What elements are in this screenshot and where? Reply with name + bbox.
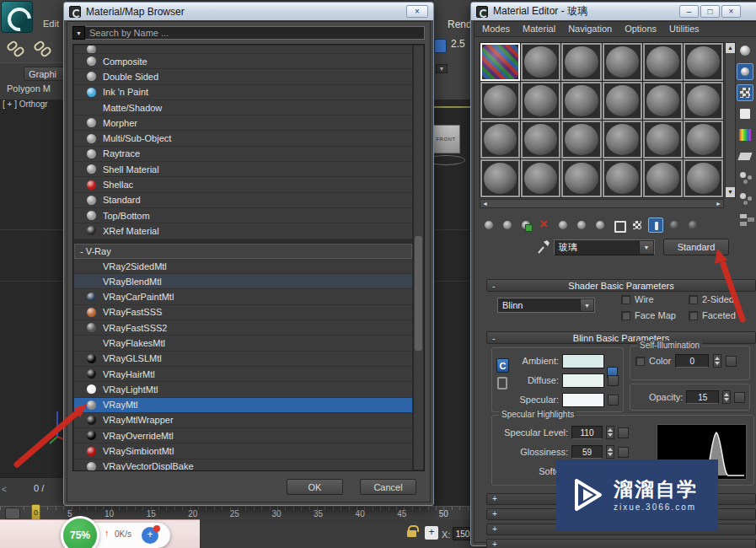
material-list-item[interactable]: Composite	[74, 54, 412, 69]
map-button[interactable]	[618, 447, 629, 458]
material-list-item[interactable]: VRayMtl	[74, 398, 412, 413]
material-list-item[interactable]: VRayFastSSS	[74, 305, 412, 320]
unlink-selection-icon[interactable]	[34, 42, 54, 59]
sample-slot[interactable]	[643, 159, 683, 197]
slots-vertical-scrollbar[interactable]: ▲ ▼	[725, 42, 736, 198]
put-to-library-icon[interactable]	[574, 218, 589, 233]
assign-material-to-selection-icon[interactable]	[518, 218, 533, 233]
material-list-item[interactable]: VRayMtlWrapper	[74, 413, 412, 428]
material-name-dropdown[interactable]: 玻璃 ▼	[554, 239, 655, 255]
parameter-value-field[interactable]: 110	[571, 426, 603, 439]
sample-slot[interactable]	[643, 43, 683, 81]
slots-horizontal-scrollbar[interactable]: ◄ ►	[480, 199, 724, 208]
reset-map-icon[interactable]	[537, 218, 552, 233]
put-material-to-scene-icon[interactable]	[500, 218, 515, 233]
checkbox[interactable]	[689, 311, 698, 320]
map-button[interactable]	[734, 392, 745, 403]
menu-item[interactable]: Utilities	[669, 24, 699, 36]
collapsed-rollout-bar[interactable]: +	[486, 539, 756, 548]
sample-slot[interactable]	[480, 121, 520, 158]
material-list-item[interactable]: VRayFlakesMtl	[74, 336, 412, 351]
sample-slot[interactable]	[480, 159, 520, 197]
material-list-item[interactable]: Ink 'n Paint	[74, 85, 412, 100]
sample-slot[interactable]	[480, 43, 520, 81]
select-by-material-icon[interactable]	[737, 190, 753, 207]
list-scrollbar[interactable]	[413, 46, 423, 470]
spinner[interactable]	[606, 445, 614, 459]
material-list-item[interactable]: VRayBlendMtl	[74, 274, 412, 289]
make-material-copy-icon[interactable]	[555, 218, 571, 233]
shader-type-dropdown[interactable]: Blinn ▼	[497, 298, 595, 313]
timeline-scroll-left-icon[interactable]: <	[2, 485, 7, 494]
sample-slot[interactable]	[561, 159, 601, 197]
material-list-item[interactable]: Raytrace	[74, 147, 412, 162]
color-swatch[interactable]	[562, 354, 604, 368]
menu-item[interactable]: Options	[625, 24, 657, 36]
toolbar-blue-icon[interactable]	[434, 39, 447, 53]
sample-slot[interactable]	[480, 82, 520, 120]
sample-slot[interactable]	[684, 43, 723, 81]
sample-slot[interactable]	[561, 43, 601, 81]
spinner[interactable]	[713, 354, 721, 368]
scroll-left-icon[interactable]: ◄	[480, 200, 490, 207]
self-illumination-value-field[interactable]: 0	[675, 354, 709, 368]
show-shaded-material-icon[interactable]	[648, 218, 663, 233]
color-swatch[interactable]	[562, 393, 604, 407]
material-list-item[interactable]: Top/Bottom	[74, 208, 412, 223]
browser-close-button[interactable]: ×	[406, 5, 428, 18]
sample-slot[interactable]	[643, 82, 683, 120]
dropdown-arrow-icon[interactable]: ▼	[639, 241, 653, 254]
get-material-icon[interactable]	[481, 218, 496, 233]
toolbar-dropdown-icon[interactable]: ▼	[436, 64, 448, 73]
material-list-item[interactable]: VRayFastSSS2	[74, 320, 412, 336]
material-list-item[interactable]	[74, 46, 412, 54]
material-list-item[interactable]: VRayOverrideMtl	[74, 428, 412, 443]
video-color-check-icon[interactable]	[737, 126, 753, 143]
cancel-button[interactable]: Cancel	[360, 479, 416, 495]
menu-item[interactable]: Navigation	[568, 24, 612, 36]
sample-slot[interactable]	[684, 121, 723, 158]
sample-slot[interactable]	[603, 82, 642, 120]
material-list-item[interactable]: VRaySimbiontMtl	[74, 443, 412, 459]
sample-uv-tiling-icon[interactable]	[737, 105, 753, 122]
scroll-right-icon[interactable]: ►	[714, 200, 723, 207]
viewcube[interactable]: FRONT	[432, 125, 460, 153]
show-background-icon[interactable]	[611, 218, 626, 233]
opacity-value-field[interactable]: 15	[686, 390, 719, 404]
ok-button[interactable]: OK	[287, 479, 343, 495]
material-id-channel-icon[interactable]	[592, 218, 608, 233]
sample-slot[interactable]	[521, 121, 560, 158]
menu-item[interactable]: Material	[523, 24, 555, 36]
ambient-diffuse-lock-icon[interactable]: C	[496, 358, 509, 373]
select-and-link-icon[interactable]	[7, 42, 27, 59]
minimize-button[interactable]: –	[679, 5, 699, 18]
polygon-modeling-label[interactable]: Polygon M	[7, 83, 51, 94]
material-list-item[interactable]: Multi/Sub-Object	[74, 131, 412, 146]
browser-titlebar[interactable]: Material/Map Browser	[64, 3, 433, 20]
sample-slot[interactable]	[521, 82, 560, 120]
material-list-item[interactable]: Shell Material	[74, 162, 412, 177]
menu-edit[interactable]: Edit	[43, 19, 59, 29]
sample-slot[interactable]	[684, 82, 723, 120]
menu-item[interactable]: Modes	[482, 24, 510, 36]
show-map-in-viewport-icon[interactable]	[630, 218, 645, 233]
keyframe-icon[interactable]	[5, 508, 20, 519]
options-icon[interactable]	[737, 169, 753, 185]
map-button[interactable]	[618, 427, 629, 438]
shader-basic-parameters-rollout[interactable]: - Shader Basic Parameters	[486, 279, 756, 292]
material-list-item[interactable]: VRay2SidedMtl	[74, 259, 412, 274]
checkbox[interactable]	[621, 295, 630, 304]
diffuse-specular-lock-icon[interactable]	[497, 377, 507, 390]
background-icon[interactable]	[737, 84, 753, 101]
sample-slot[interactable]	[561, 121, 601, 158]
spinner[interactable]	[722, 390, 731, 404]
material-list-item[interactable]: VRayVectorDisplBake	[74, 459, 412, 471]
map-button[interactable]	[608, 375, 619, 386]
close-button[interactable]: ×	[721, 5, 741, 18]
sample-slot[interactable]	[603, 159, 642, 197]
checkbox[interactable]	[621, 311, 630, 320]
go-to-parent-icon[interactable]	[667, 218, 682, 233]
collapse-icon[interactable]: -	[492, 280, 496, 292]
material-list-item[interactable]: VRayGLSLMtl	[74, 352, 412, 367]
map-button[interactable]	[608, 395, 619, 406]
